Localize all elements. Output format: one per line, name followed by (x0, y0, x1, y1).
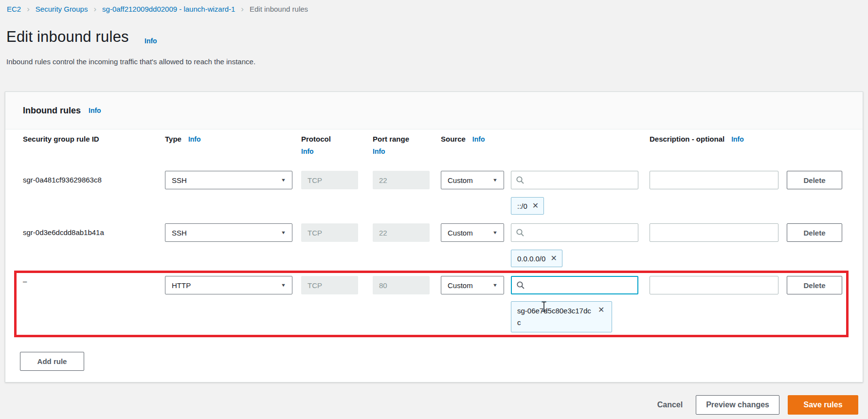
chevron-down-icon: ▼ (281, 230, 286, 235)
search-icon (516, 281, 525, 290)
breadcrumb-security-groups[interactable]: Security Groups (36, 5, 88, 13)
rule-row-1: sgr-0a481cf93629863c8 SSH ▼ TCP 22 Custo… (5, 171, 863, 189)
token-value: ::/0 (517, 202, 527, 210)
cancel-button[interactable]: Cancel (652, 395, 687, 415)
type-select[interactable]: HTTP ▼ (165, 276, 292, 294)
port-range-field-disabled: 22 (373, 223, 430, 242)
source-info-link[interactable]: Info (472, 135, 485, 143)
source-search-field[interactable] (529, 278, 637, 292)
description-info-link[interactable]: Info (731, 135, 744, 143)
column-label: Protocol (301, 135, 331, 143)
type-select-value: SSH (172, 176, 187, 184)
chevron-down-icon: ▼ (281, 178, 286, 182)
source-token: 0.0.0.0/0 ✕ (511, 250, 562, 267)
protocol-info-link[interactable]: Info (301, 147, 314, 155)
protocol-field-disabled: TCP (301, 223, 358, 242)
page-title-info-link[interactable]: Info (145, 37, 157, 45)
column-header-port-range: Port range Info (373, 135, 409, 155)
breadcrumb-ec2[interactable]: EC2 (7, 5, 21, 13)
rule-id-value: sgr-0d3e6dcdd8ab1b41a (23, 228, 104, 237)
type-select-value: HTTP (172, 281, 191, 290)
panel-title: Inbound rules (23, 106, 81, 116)
panel-info-link[interactable]: Info (89, 107, 101, 114)
source-select[interactable]: Custom ▼ (441, 276, 504, 294)
breadcrumb-security-group-id[interactable]: sg-0aff212009dd02009 - launch-wizard-1 (102, 5, 235, 13)
rule-id-value: – (23, 277, 27, 285)
source-select-value: Custom (448, 281, 473, 290)
column-header-type: Type Info (165, 135, 201, 143)
chevron-right-icon: › (241, 5, 244, 13)
source-search-input[interactable] (511, 223, 638, 242)
breadcrumb-current: Edit inbound rules (250, 5, 308, 13)
column-header-source: Source Info (441, 135, 485, 143)
column-header-rule-id: Security group rule ID (23, 135, 99, 143)
delete-rule-button[interactable]: Delete (787, 171, 842, 189)
rule-id-value: sgr-0a481cf93629863c8 (23, 176, 102, 184)
source-search-field[interactable] (528, 225, 638, 240)
port-range-info-link[interactable]: Info (373, 147, 385, 155)
chevron-right-icon: › (27, 5, 30, 13)
add-rule-button[interactable]: Add rule (20, 352, 84, 371)
chevron-down-icon: ▼ (492, 283, 498, 288)
source-select-value: Custom (448, 176, 473, 184)
source-search-input[interactable] (511, 171, 638, 189)
type-select-value: SSH (172, 229, 187, 237)
panel-header: Inbound rules Info (5, 92, 863, 129)
remove-token-icon[interactable]: ✕ (532, 202, 539, 210)
column-label: Source (441, 135, 466, 143)
protocol-field-disabled: TCP (301, 171, 358, 189)
chevron-down-icon: ▼ (281, 283, 286, 288)
preview-changes-button[interactable]: Preview changes (696, 395, 779, 415)
port-range-field-disabled: 80 (373, 276, 430, 294)
page-title: Edit inbound rules (6, 28, 129, 46)
search-icon (516, 228, 524, 237)
remove-token-icon[interactable]: ✕ (598, 306, 604, 314)
edit-inbound-rules-page: EC2 › Security Groups › sg-0aff212009dd0… (0, 0, 868, 419)
footer-actions: Cancel Preview changes Save rules (0, 395, 863, 415)
source-select[interactable]: Custom ▼ (441, 171, 504, 189)
chevron-down-icon: ▼ (492, 178, 498, 182)
save-rules-button[interactable]: Save rules (788, 395, 858, 415)
source-select-value: Custom (448, 229, 473, 237)
type-info-link[interactable]: Info (188, 135, 201, 143)
rule-row-2: sgr-0d3e6dcdd8ab1b41a SSH ▼ TCP 22 Custo… (5, 223, 863, 242)
type-select[interactable]: SSH ▼ (165, 223, 292, 242)
rule-row-3: – HTTP ▼ TCP 80 Custom ▼ (5, 276, 863, 294)
source-token: ::/0 ✕ (511, 197, 544, 215)
token-value: sg-06e7d5c80e3c17dcc (517, 305, 593, 328)
source-search-input-focused[interactable] (511, 276, 638, 294)
inbound-rules-panel: Inbound rules Info Security group rule I… (5, 91, 863, 383)
source-select[interactable]: Custom ▼ (441, 223, 504, 242)
source-search-field[interactable] (528, 173, 638, 187)
delete-rule-button[interactable]: Delete (787, 276, 842, 294)
column-label: Description - optional (650, 135, 724, 143)
protocol-field-disabled: TCP (301, 276, 358, 294)
search-icon (516, 176, 524, 184)
remove-token-icon[interactable]: ✕ (550, 255, 557, 262)
delete-rule-button[interactable]: Delete (787, 223, 842, 242)
page-description: Inbound rules control the incoming traff… (6, 57, 255, 66)
column-label: Type (165, 135, 181, 143)
description-input[interactable] (650, 171, 778, 189)
chevron-down-icon: ▼ (492, 230, 498, 235)
column-header-description: Description - optional Info (650, 135, 744, 143)
column-header-protocol: Protocol Info (301, 135, 331, 155)
column-label: Port range (373, 135, 409, 143)
token-value: 0.0.0.0/0 (517, 255, 545, 263)
port-range-field-disabled: 22 (373, 171, 430, 189)
type-select[interactable]: SSH ▼ (165, 171, 292, 189)
chevron-right-icon: › (93, 5, 96, 13)
column-label: Security group rule ID (23, 135, 99, 143)
source-token-security-group: sg-06e7d5c80e3c17dcc ✕ (511, 301, 612, 332)
description-input[interactable] (650, 223, 778, 242)
description-input[interactable] (650, 276, 778, 294)
breadcrumb: EC2 › Security Groups › sg-0aff212009dd0… (7, 5, 308, 13)
